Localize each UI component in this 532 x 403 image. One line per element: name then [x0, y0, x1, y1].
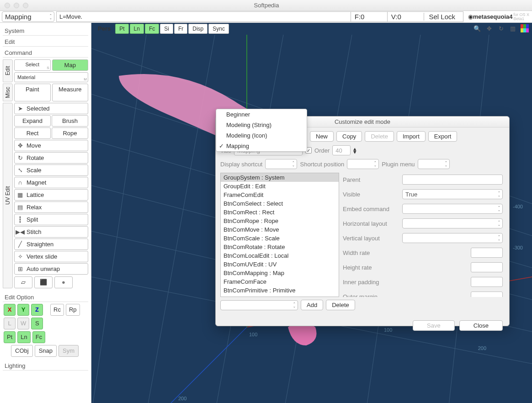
tool-relax[interactable]: ▤Relax — [14, 202, 88, 213]
plugin-menu-select[interactable] — [418, 159, 450, 169]
tab-uv-edit[interactable]: UV Edit — [3, 103, 13, 288]
dropdown-item[interactable]: Modeling (String) — [216, 120, 307, 130]
dropdown-item[interactable]: Beginner — [216, 109, 307, 120]
parent-input[interactable] — [402, 175, 503, 185]
s-button[interactable]: S — [31, 318, 43, 329]
delete-item-button[interactable]: Delete — [326, 300, 355, 310]
display-icon[interactable]: ▥ — [508, 24, 517, 33]
pt-button[interactable]: Pt — [4, 331, 16, 343]
ln-button[interactable]: Ln — [17, 331, 30, 343]
tool-scale[interactable]: ⤡Scale — [14, 164, 88, 176]
element-list[interactable]: GroupSystem : System GroupEdit : Edit Fr… — [220, 173, 339, 297]
list-item[interactable]: GroupEdit : Edit — [221, 182, 339, 191]
section-edit[interactable]: Edit — [5, 38, 88, 45]
tab-edit[interactable]: Edit — [3, 59, 13, 82]
tool-auto-unwrap[interactable]: ⊞Auto unwrap — [14, 263, 88, 275]
axis-x-button[interactable]: X — [4, 304, 16, 316]
viewtab-fr[interactable]: Fr — [174, 24, 187, 34]
shape-cylinder[interactable]: ⬛ — [34, 276, 53, 288]
axis-y-button[interactable]: Y — [17, 304, 29, 316]
order-input[interactable] — [332, 145, 351, 155]
tool-magnet[interactable]: ∩Magnet — [14, 177, 88, 188]
list-item[interactable]: BtnComRope : Rope — [221, 217, 339, 225]
rc-button[interactable]: Rc — [50, 304, 64, 316]
list-item[interactable]: BtnComMapping : Map — [221, 269, 339, 277]
list-item[interactable]: BtnComLocalEdit : Local — [221, 251, 339, 260]
tool-straighten[interactable]: ╱Straighten — [14, 239, 88, 250]
viewtab-si[interactable]: Si — [160, 24, 173, 34]
list-item[interactable]: FrameComEdit — [221, 191, 339, 199]
tool-move[interactable]: ✥Move — [14, 140, 88, 151]
cmd-select[interactable]: Select — [14, 59, 51, 71]
tool-lattice[interactable]: ▦Lattice — [14, 189, 88, 201]
list-item[interactable]: GroupSystem : System — [221, 173, 339, 182]
shape-sphere[interactable]: ● — [54, 276, 73, 288]
outer-input[interactable] — [471, 292, 503, 297]
inner-input[interactable] — [471, 277, 503, 287]
display-shortcut-select[interactable] — [265, 159, 297, 169]
zoom-window-icon[interactable] — [23, 3, 28, 8]
viewtab-ln[interactable]: Ln — [130, 24, 144, 34]
pan-icon[interactable]: ✥ — [484, 24, 494, 33]
add-select[interactable] — [220, 300, 298, 310]
l-button[interactable]: L — [4, 318, 16, 329]
tool-rope[interactable]: Rope — [52, 127, 88, 139]
fc-button[interactable]: Fc — [32, 331, 45, 343]
tab-misc[interactable]: Misc — [3, 84, 13, 101]
viewtab-sync[interactable]: Sync — [208, 24, 229, 34]
snap-button[interactable]: Snap — [35, 345, 57, 357]
selection-lock-button[interactable]: Sel Lock — [424, 13, 460, 21]
list-item[interactable]: BtnComScale : Scale — [221, 234, 339, 243]
section-system[interactable]: System — [5, 27, 88, 34]
list-item[interactable]: BtnComMove : Move — [221, 225, 339, 234]
cmd-map[interactable]: Map — [52, 59, 89, 71]
orbit-icon[interactable]: ↻ — [496, 24, 505, 33]
axis-z-button[interactable]: Z — [31, 304, 43, 316]
tool-selected[interactable]: ➤Selected — [14, 103, 88, 114]
list-item[interactable]: BtnComPrimitive : Primitive — [221, 286, 339, 295]
export-button[interactable]: Export — [428, 131, 458, 142]
tool-brush[interactable]: Brush — [52, 115, 88, 127]
new-button[interactable]: New — [310, 131, 334, 142]
vertical-select[interactable] — [402, 233, 503, 243]
palette-icon[interactable] — [520, 24, 529, 33]
embed-select[interactable] — [402, 204, 503, 214]
close-window-icon[interactable] — [5, 3, 10, 8]
viewport[interactable]: Pers Pt Ln Fc Si Fr Disp Sync 🔍 ✥ ↻ ▥ — [91, 23, 532, 403]
tool-vertex-slide[interactable]: ✧Vertex slide — [14, 251, 88, 262]
list-item[interactable]: BtnComRotate : Rotate — [221, 243, 339, 251]
cmd-material[interactable]: Material — [14, 72, 88, 82]
import-button[interactable]: Import — [397, 131, 426, 142]
section-lighting[interactable]: Lighting — [5, 362, 88, 369]
dropdown-item[interactable]: Mapping — [216, 141, 307, 151]
height-input[interactable] — [471, 262, 503, 272]
delete-button[interactable]: Delete — [365, 131, 394, 142]
tool-rotate[interactable]: ↻Rotate — [14, 152, 88, 164]
save-button[interactable]: Save — [413, 320, 455, 331]
w-button[interactable]: W — [17, 318, 29, 329]
cobj-button[interactable]: CObj — [11, 345, 33, 357]
list-item[interactable]: BtnComRect : Rect — [221, 208, 339, 217]
horizontal-select[interactable] — [402, 218, 503, 228]
sym-button[interactable]: Sym — [59, 345, 79, 357]
copy-button[interactable]: Copy — [336, 131, 362, 142]
tool-stitch[interactable]: ▶◀Stitch — [14, 226, 88, 238]
zoom-icon[interactable]: 🔍 — [473, 24, 482, 33]
rp-button[interactable]: Rp — [66, 304, 80, 316]
list-item[interactable]: FrameComFace — [221, 277, 339, 286]
add-button[interactable]: Add — [301, 300, 323, 310]
mode-dropdown[interactable]: Mapping — [2, 11, 54, 22]
cmd-paint[interactable]: Paint — [14, 84, 51, 101]
close-button[interactable]: Close — [459, 320, 503, 331]
tool-expand[interactable]: Expand — [14, 115, 51, 127]
stepper-icon[interactable]: ▴▾ — [353, 147, 356, 154]
list-item[interactable]: BtnComSelect : Select — [221, 199, 339, 208]
tool-split[interactable]: ┇Split — [14, 214, 88, 225]
shortcut-position-select[interactable] — [347, 159, 379, 169]
viewtab-pt[interactable]: Pt — [115, 24, 128, 34]
viewtab-disp[interactable]: Disp — [188, 24, 207, 34]
cmd-measure[interactable]: Measure — [52, 84, 89, 101]
minimize-window-icon[interactable] — [14, 3, 19, 8]
viewtab-fc[interactable]: Fc — [145, 24, 159, 34]
width-input[interactable] — [471, 248, 503, 258]
